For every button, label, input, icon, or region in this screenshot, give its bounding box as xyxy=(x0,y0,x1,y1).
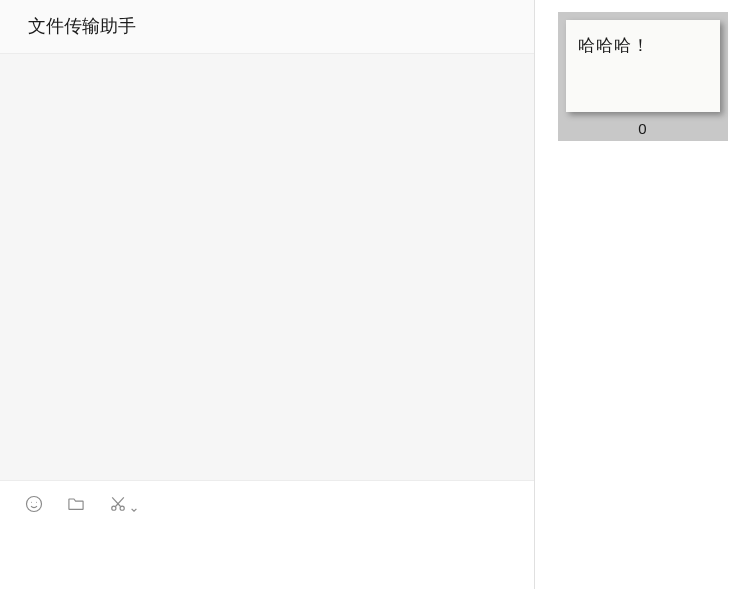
sticker-preview-count: 0 xyxy=(566,120,720,137)
chat-title: 文件传输助手 xyxy=(28,14,506,38)
side-panel: 哈哈哈！ 0 xyxy=(535,0,750,589)
chevron-down-icon xyxy=(130,500,138,508)
svg-point-2 xyxy=(36,502,37,503)
sticker-preview-text: 哈哈哈！ xyxy=(578,34,708,57)
emoji-icon[interactable] xyxy=(24,494,44,514)
svg-point-1 xyxy=(31,502,32,503)
sticker-preview-card: 哈哈哈！ xyxy=(566,20,720,112)
chat-toolbar xyxy=(0,481,534,527)
svg-point-4 xyxy=(120,506,124,510)
sticker-preview-box[interactable]: 哈哈哈！ 0 xyxy=(558,12,728,141)
chat-header: 文件传输助手 xyxy=(0,0,534,54)
svg-point-3 xyxy=(112,506,116,510)
chat-panel: 文件传输助手 xyxy=(0,0,535,589)
chat-input-area[interactable] xyxy=(0,527,534,589)
folder-icon[interactable] xyxy=(66,494,86,514)
screenshot-button[interactable] xyxy=(108,494,138,514)
svg-point-0 xyxy=(27,497,42,512)
chat-messages-area[interactable] xyxy=(0,54,534,481)
scissors-icon xyxy=(108,494,128,514)
